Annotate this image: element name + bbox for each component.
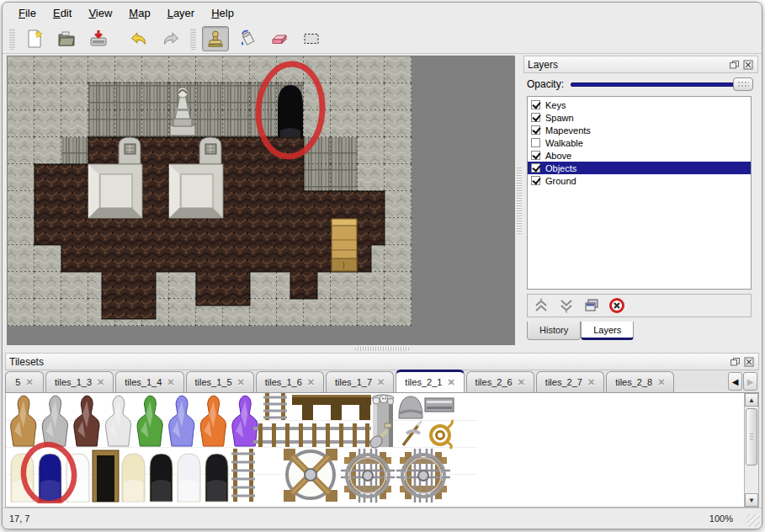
tab-scroll-right-icon[interactable]: ▶: [743, 372, 757, 391]
tab-close-icon[interactable]: ✕: [657, 377, 665, 388]
eraser-tool-button[interactable]: [266, 26, 293, 51]
tab-close-icon[interactable]: ✕: [447, 377, 454, 388]
close-panel-icon[interactable]: [742, 59, 754, 70]
layer-label: Walkable: [545, 138, 583, 148]
tile-arch-4[interactable]: [122, 454, 145, 502]
menu-item-file[interactable]: File: [11, 4, 44, 22]
tab-close-icon[interactable]: ✕: [518, 377, 525, 388]
map-canvas[interactable]: [7, 56, 515, 345]
tileset-tab-tiles_1_7[interactable]: tiles_1_7✕: [326, 371, 394, 392]
tile-arch-3[interactable]: [93, 450, 119, 502]
opacity-slider-thumb[interactable]: [733, 77, 753, 91]
duplicate-layer-button[interactable]: [582, 296, 602, 315]
dock-tab-layers[interactable]: Layers: [581, 322, 634, 340]
resize-grip[interactable]: [746, 513, 760, 527]
tab-close-icon[interactable]: ✕: [237, 377, 245, 388]
tile-arch-6[interactable]: [178, 454, 200, 502]
move-layer-up-button[interactable]: [531, 296, 551, 315]
stamp-tool-button[interactable]: [202, 26, 229, 51]
float-panel-icon[interactable]: [728, 59, 740, 70]
layer-visibility-checkbox[interactable]: [531, 176, 540, 185]
tab-close-icon[interactable]: ✕: [167, 377, 174, 388]
menu-item-map[interactable]: Map: [121, 4, 157, 22]
menu-item-edit[interactable]: Edit: [45, 4, 79, 22]
menu-item-view[interactable]: View: [81, 4, 120, 22]
scrollbar-thumb[interactable]: [746, 408, 757, 466]
tileset-tab-tiles_1_4[interactable]: tiles_1_4✕: [115, 371, 183, 392]
layer-row-above[interactable]: Above: [528, 149, 751, 162]
delete-layer-button[interactable]: [607, 296, 627, 315]
tileset-tab-label: tiles_1_3: [55, 377, 92, 387]
tile-arch-5[interactable]: [150, 454, 173, 502]
select-tool-icon: [301, 29, 321, 49]
tileset-canvas[interactable]: ▲ ▼: [5, 393, 759, 508]
dock-tab-history[interactable]: History: [527, 322, 581, 340]
layer-row-ground[interactable]: Ground: [528, 174, 751, 187]
horizontal-splitter[interactable]: [3, 345, 762, 353]
tileset-tab-label: tiles_2_8: [615, 377, 652, 387]
tileset-tab-5[interactable]: 5✕: [5, 371, 44, 392]
layer-visibility-checkbox[interactable]: [531, 125, 540, 135]
move-layer-up-icon: [533, 297, 550, 314]
opacity-slider[interactable]: [571, 77, 753, 92]
eraser-tool-icon: [269, 29, 290, 49]
select-tool-button[interactable]: [298, 26, 325, 51]
layer-row-spawn[interactable]: Spawn: [528, 111, 751, 124]
tab-close-icon[interactable]: ✕: [587, 377, 595, 388]
layer-visibility-checkbox[interactable]: [531, 100, 540, 109]
main-area: Layers Opacity: KeysSpawnMapeventsWalkab…: [3, 54, 762, 345]
tileset-scrollbar[interactable]: ▲ ▼: [744, 393, 758, 507]
float-panel-icon[interactable]: [729, 356, 741, 367]
layer-row-mapevents[interactable]: Mapevents: [528, 124, 751, 136]
layer-visibility-checkbox[interactable]: [531, 151, 540, 160]
tileset-tab-tiles_2_6[interactable]: tiles_2_6✕: [466, 371, 534, 392]
map-render: [8, 56, 514, 344]
tileset-tab-label: tiles_1_4: [125, 377, 162, 387]
tileset-tab-tiles_1_3[interactable]: tiles_1_3✕: [45, 371, 114, 392]
tileset-tab-tiles_2_8[interactable]: tiles_2_8✕: [606, 371, 674, 392]
tile-metal-bar[interactable]: [425, 398, 454, 412]
fill-tool-button[interactable]: [234, 26, 261, 51]
layer-visibility-checkbox[interactable]: [531, 113, 540, 122]
layer-visibility-checkbox[interactable]: [531, 138, 540, 147]
layer-visibility-checkbox[interactable]: [531, 163, 540, 173]
move-layer-down-button[interactable]: [556, 296, 576, 315]
tile-arch-1[interactable]: [39, 454, 61, 502]
new-file-icon: [24, 29, 45, 49]
tileset-tab-label: tiles_1_5: [195, 377, 232, 387]
tileset-tab-tiles_2_1[interactable]: tiles_2_1✕: [396, 370, 464, 392]
layer-row-keys[interactable]: Keys: [528, 98, 751, 111]
undo-button[interactable]: [125, 26, 152, 51]
scroll-down-icon[interactable]: ▼: [745, 493, 758, 507]
new-file-button[interactable]: [21, 26, 48, 51]
menu-item-layer[interactable]: Layer: [160, 4, 203, 22]
tileset-tab-tiles_1_6[interactable]: tiles_1_6✕: [256, 371, 324, 392]
vertical-splitter[interactable]: [515, 56, 523, 345]
tileset-tab-tiles_2_7[interactable]: tiles_2_7✕: [536, 371, 604, 392]
layers-panel-titlebar: Layers: [523, 56, 758, 73]
close-panel-icon[interactable]: [743, 356, 755, 367]
tile-arch-7[interactable]: [205, 454, 228, 502]
open-file-button[interactable]: [53, 26, 80, 51]
scroll-up-icon[interactable]: ▲: [745, 393, 758, 407]
tileset-tab-tiles_1_5[interactable]: tiles_1_5✕: [186, 371, 254, 392]
tab-close-icon[interactable]: ✕: [97, 377, 104, 388]
toolbar-drag-handle[interactable]: [9, 28, 15, 50]
tilesets-panel-titlebar: Tilesets: [5, 353, 759, 370]
tab-close-icon[interactable]: ✕: [307, 377, 315, 388]
layer-row-objects[interactable]: Objects: [528, 162, 751, 174]
menu-item-help[interactable]: Help: [204, 4, 242, 22]
status-bar: 17, 7 100%: [3, 508, 762, 529]
layer-label: Mapevents: [545, 125, 591, 136]
tile-rail-crossing[interactable]: [284, 449, 337, 502]
tilesets-panel: Tilesets 5✕tiles_1_3✕tiles_1_4✕tiles_1_5…: [5, 353, 759, 508]
scrollbar-rail[interactable]: [745, 407, 758, 493]
layers-panel: Layers Opacity: KeysSpawnMapeventsWalkab…: [523, 56, 758, 345]
redo-button[interactable]: [157, 26, 184, 51]
tab-scroll-left-icon[interactable]: ◀: [728, 372, 742, 391]
tab-close-icon[interactable]: ✕: [377, 377, 385, 388]
save-file-button[interactable]: [85, 26, 112, 51]
layer-row-walkable[interactable]: Walkable: [528, 136, 751, 149]
toolbar-drag-handle[interactable]: [190, 28, 196, 50]
tab-close-icon[interactable]: ✕: [25, 377, 33, 388]
